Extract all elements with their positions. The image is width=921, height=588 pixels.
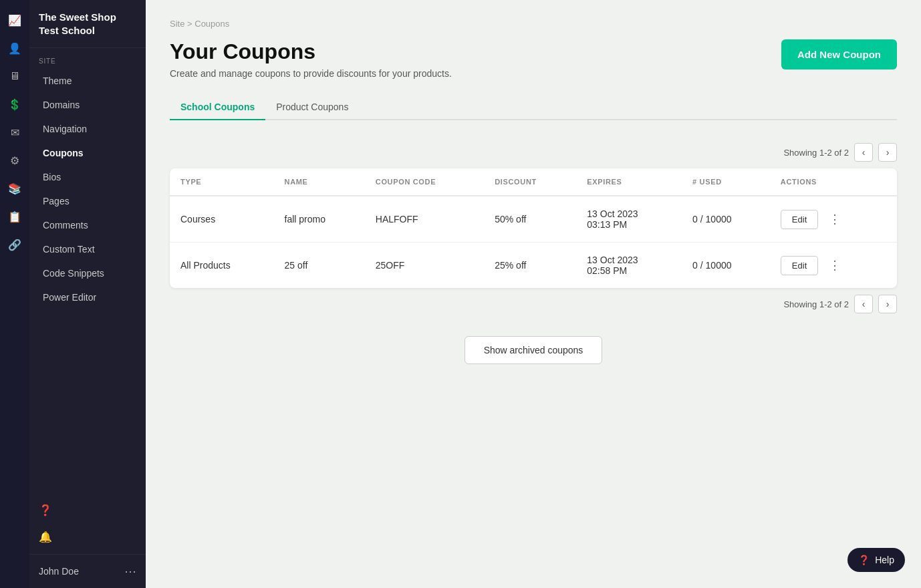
sidebar-item-power-editor[interactable]: Power Editor [33,285,142,309]
analytics-icon[interactable]: 📈 [3,8,27,32]
users-icon[interactable]: 👤 [3,36,27,60]
cell-expires-1: 13 Oct 2023 03:13 PM [576,196,682,243]
sidebar-item-bios[interactable]: Bios [33,165,142,189]
site-section-label: SITE [29,48,146,69]
col-coupon-code: COUPON CODE [365,168,484,196]
sidebar-item-pages[interactable]: Pages [33,189,142,213]
cell-used-1: 0 / 10000 [682,196,770,243]
help-circle-icon[interactable]: ❓ [33,498,57,522]
user-name: John Doe [39,566,79,577]
page-subtitle: Create and manage coupons to provide dis… [170,68,452,79]
notification-icon[interactable]: 🔔 [33,525,57,549]
table-row: All Products 25 off 25OFF 25% off 13 Oct… [170,243,897,289]
tab-product-coupons[interactable]: Product Coupons [265,95,359,120]
integrations-icon[interactable]: 🔗 [3,233,27,257]
pagination-prev-bottom[interactable]: ‹ [854,295,873,313]
cell-discount-1: 50% off [484,196,576,243]
cell-actions-1: Edit ⋮ [770,196,897,243]
library-icon[interactable]: 📚 [3,176,27,200]
mail-icon[interactable]: ✉ [3,120,27,144]
coupons-table-card: TYPE NAME COUPON CODE DISCOUNT EXPIRES #… [170,168,897,288]
user-menu-icon[interactable]: ⋯ [124,564,136,579]
pagination-top: Showing 1-2 of 2 ‹ › [170,136,897,168]
table-body: Courses fall promo HALFOFF 50% off 13 Oc… [170,196,897,288]
gear-icon[interactable]: ⚙ [3,148,27,172]
expires-line2-2: 02:58 PM [587,265,671,276]
add-new-coupon-button[interactable]: Add New Coupon [781,39,897,69]
page-header-text: Your Coupons Create and manage coupons t… [170,39,452,79]
cell-type-2: All Products [170,243,274,289]
cell-used-2: 0 / 10000 [682,243,770,289]
pagination-prev-top[interactable]: ‹ [854,143,873,162]
edit-button-1[interactable]: Edit [781,210,818,229]
sidebar-item-custom-text[interactable]: Custom Text [33,237,142,261]
cell-expires-2: 13 Oct 2023 02:58 PM [576,243,682,289]
actions-cell-1: Edit ⋮ [781,209,886,229]
actions-cell-2: Edit ⋮ [781,255,886,275]
calendar-icon[interactable]: 📋 [3,204,27,229]
sidebar-item-coupons[interactable]: Coupons [33,141,142,165]
more-menu-button-1[interactable]: ⋮ [823,209,846,229]
sidebar-footer-icons: ❓ 🔔 [29,498,146,549]
edit-button-2[interactable]: Edit [781,256,818,275]
show-archived-coupons-button[interactable]: Show archived coupons [465,336,603,364]
breadcrumb-current: Coupons [194,19,229,29]
sidebar-item-comments[interactable]: Comments [33,213,142,237]
cell-name-1: fall promo [274,196,365,243]
sidebar-footer: John Doe ⋯ [29,554,146,588]
help-circle-icon: ❓ [858,555,870,565]
cell-type-1: Courses [170,196,274,243]
col-type: TYPE [170,168,274,196]
tab-school-coupons[interactable]: School Coupons [170,95,265,120]
sidebar-item-code-snippets[interactable]: Code Snippets [33,261,142,285]
main-content-area: Site > Coupons Your Coupons Create and m… [146,0,921,588]
cell-code-2: 25OFF [365,243,484,289]
cell-code-1: HALFOFF [365,196,484,243]
sidebar: The Sweet Shop Test School SITE Theme Do… [29,0,146,588]
expires-line1-1: 13 Oct 2023 [587,208,671,219]
pagination-next-bottom[interactable]: › [878,295,897,313]
sidebar-item-domains[interactable]: Domains [33,93,142,117]
pagination-bottom: Showing 1-2 of 2 ‹ › [170,288,897,320]
help-button[interactable]: ❓ Help [847,548,905,572]
expires-line2-1: 03:13 PM [587,219,671,230]
table-header: TYPE NAME COUPON CODE DISCOUNT EXPIRES #… [170,168,897,196]
pagination-showing-bottom: Showing 1-2 of 2 [783,299,849,309]
col-expires: EXPIRES [576,168,682,196]
col-name: NAME [274,168,365,196]
icon-rail: 📈 👤 🖥 💲 ✉ ⚙ 📚 📋 🔗 [0,0,29,588]
breadcrumb-site[interactable]: Site [170,19,184,29]
page-title: Your Coupons [170,39,452,64]
col-used: # USED [682,168,770,196]
coupons-table: TYPE NAME COUPON CODE DISCOUNT EXPIRES #… [170,168,897,288]
cell-discount-2: 25% off [484,243,576,289]
table-row: Courses fall promo HALFOFF 50% off 13 Oc… [170,196,897,243]
cell-actions-2: Edit ⋮ [770,243,897,289]
dollar-icon[interactable]: 💲 [3,92,27,116]
page-header: Your Coupons Create and manage coupons t… [170,39,897,79]
pagination-next-top[interactable]: › [878,143,897,162]
breadcrumb-separator: > [187,19,192,29]
pagination-showing-top: Showing 1-2 of 2 [783,148,849,158]
more-menu-button-2[interactable]: ⋮ [823,255,846,275]
cell-name-2: 25 off [274,243,365,289]
col-discount: DISCOUNT [484,168,576,196]
archive-section: Show archived coupons [170,336,897,364]
tabs: School Coupons Product Coupons [170,95,897,120]
help-label: Help [875,555,894,565]
expires-line1-2: 13 Oct 2023 [587,255,671,265]
col-actions: ACTIONS [770,168,897,196]
sidebar-item-navigation[interactable]: Navigation [33,117,142,141]
sidebar-item-theme[interactable]: Theme [33,69,142,93]
school-name: The Sweet Shop Test School [29,0,146,48]
breadcrumb: Site > Coupons [170,19,897,29]
monitor-icon[interactable]: 🖥 [3,64,27,88]
